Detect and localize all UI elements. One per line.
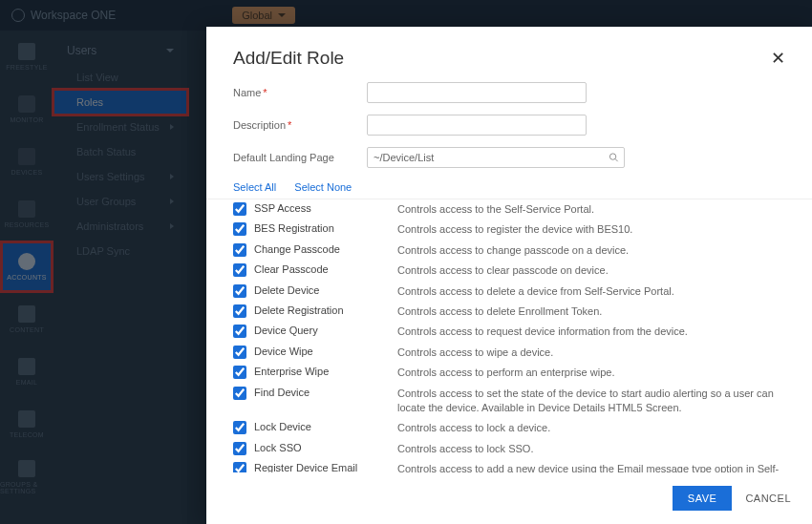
permission-name: Device Query <box>254 325 397 336</box>
permission-row: Device QueryControls access to request d… <box>233 322 785 342</box>
permission-checkbox[interactable] <box>233 284 246 298</box>
select-all-link[interactable]: Select All <box>233 181 276 193</box>
name-input[interactable] <box>367 82 587 103</box>
permission-row: Delete DeviceControls access to delete a… <box>233 282 785 302</box>
svg-point-0 <box>609 154 615 159</box>
svg-line-1 <box>615 158 618 161</box>
permission-checkbox[interactable] <box>233 263 246 277</box>
permission-row: Lock DeviceControls access to lock a dev… <box>233 418 785 438</box>
permission-description: Controls access to delete Enrollment Tok… <box>397 304 785 319</box>
name-label: Name* <box>233 87 367 98</box>
search-icon[interactable] <box>609 153 619 163</box>
permission-name: Delete Device <box>254 284 397 296</box>
permission-name: Enterprise Wipe <box>254 366 397 377</box>
permission-description: Controls access to perform an enterprise… <box>397 366 785 380</box>
permission-checkbox[interactable] <box>233 346 246 359</box>
permission-row: Change PasscodeControls access to change… <box>233 241 785 261</box>
permission-description: Controls access to the Self-Service Port… <box>397 202 785 217</box>
add-edit-role-modal: Add/Edit Role ✕ Name* Description* Defau… <box>206 27 812 524</box>
permission-description: Controls access to lock SSO. <box>397 442 785 456</box>
permission-row: Find DeviceControls access to set the st… <box>233 384 785 419</box>
permission-description: Controls access to lock a device. <box>397 421 785 435</box>
permission-name: BES Registration <box>254 222 397 234</box>
permission-name: Lock SSO <box>254 442 397 453</box>
permission-row: Enterprise WipeControls access to perfor… <box>233 363 785 383</box>
permission-row: Register Device EmailControls access to … <box>233 459 785 472</box>
permission-name: Change Passcode <box>254 243 397 255</box>
permission-checkbox[interactable] <box>233 366 246 379</box>
permission-checkbox[interactable] <box>233 222 246 236</box>
permission-checkbox[interactable] <box>233 202 246 216</box>
permission-checkbox[interactable] <box>233 442 246 455</box>
permission-description: Controls access to request device inform… <box>397 325 785 339</box>
permission-checkbox[interactable] <box>233 325 246 338</box>
permission-row: Delete RegistrationControls access to de… <box>233 302 785 322</box>
permission-checkbox[interactable] <box>233 304 246 318</box>
default-landing-page-input[interactable] <box>367 147 625 168</box>
permission-checkbox[interactable] <box>233 243 246 257</box>
permission-row: Lock SSOControls access to lock SSO. <box>233 439 785 459</box>
permissions-list: SSP AccessControls access to the Self-Se… <box>206 199 812 472</box>
permission-description: Controls access to change passcode on a … <box>397 243 785 258</box>
permission-row: BES RegistrationControls access to regis… <box>233 220 785 240</box>
select-none-link[interactable]: Select None <box>294 181 352 193</box>
permission-name: Register Device Email <box>254 462 397 472</box>
close-icon[interactable]: ✕ <box>771 48 785 69</box>
permission-description: Controls access to delete a device from … <box>397 284 785 299</box>
description-label: Description* <box>233 119 367 131</box>
permission-checkbox[interactable] <box>233 387 246 400</box>
permission-name: Lock Device <box>254 421 397 432</box>
permission-name: Clear Passcode <box>254 263 397 275</box>
permission-name: Delete Registration <box>254 304 397 316</box>
permission-description: Controls access to set the state of the … <box>397 387 785 416</box>
permission-name: SSP Access <box>254 202 397 214</box>
modal-title: Add/Edit Role <box>233 48 344 69</box>
permission-name: Device Wipe <box>254 346 397 357</box>
permission-row: Device WipeControls access to wipe a dev… <box>233 343 785 363</box>
permission-row: Clear PasscodeControls access to clear p… <box>233 261 785 281</box>
description-input[interactable] <box>367 115 587 136</box>
permission-description: Controls access to add a new device usin… <box>397 462 785 472</box>
default-landing-page-label: Default Landing Page <box>233 152 367 163</box>
permission-checkbox[interactable] <box>233 462 246 472</box>
save-button[interactable]: SAVE <box>673 486 733 511</box>
permission-row: SSP AccessControls access to the Self-Se… <box>233 199 785 220</box>
permission-name: Find Device <box>254 387 397 398</box>
cancel-button[interactable]: CANCEL <box>745 493 791 504</box>
permission-checkbox[interactable] <box>233 421 246 434</box>
permission-description: Controls access to clear passcode on dev… <box>397 263 785 278</box>
permission-description: Controls access to register the device w… <box>397 222 785 237</box>
permission-description: Controls access to wipe a device. <box>397 346 785 360</box>
